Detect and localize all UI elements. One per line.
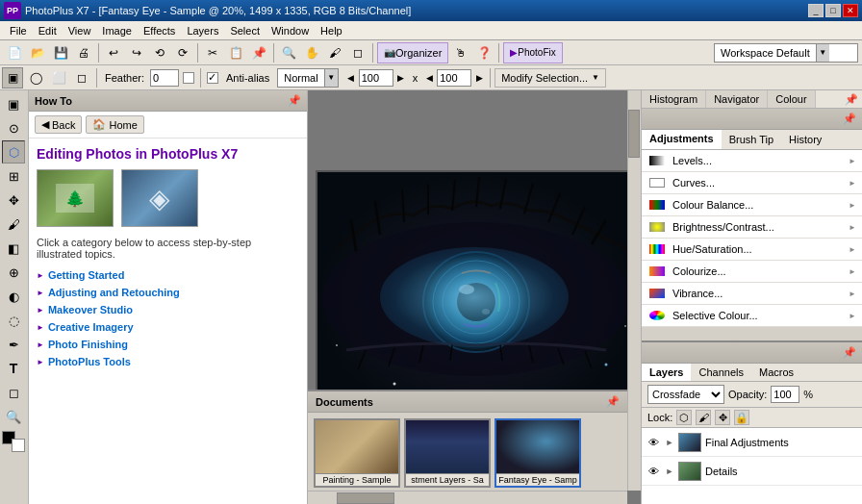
cut-button[interactable]: ✂ xyxy=(202,42,223,63)
layers-pin[interactable]: 📌 xyxy=(843,346,856,359)
adj-colour-balance[interactable]: Colour Balance... ► xyxy=(642,194,862,216)
tool-lasso[interactable]: ⊙ xyxy=(2,116,25,139)
blend-mode-dropdown[interactable]: ▼ xyxy=(324,69,338,87)
back-button[interactable]: ◀ Back xyxy=(35,115,82,134)
select-btn[interactable]: ◻ xyxy=(347,42,368,63)
menu-edit[interactable]: Edit xyxy=(33,23,63,38)
lock-transparency[interactable]: ⬡ xyxy=(676,410,692,425)
brush-button[interactable]: 🖌 xyxy=(324,42,345,63)
tab-navigator[interactable]: Navigator xyxy=(706,90,768,108)
layer-expand-1[interactable]: ► xyxy=(663,465,676,478)
lock-move[interactable]: ✥ xyxy=(715,410,730,425)
photofix-button[interactable]: ▶ PhotoFix xyxy=(503,42,562,63)
menu-select[interactable]: Select xyxy=(224,23,266,38)
anti-alias-checkbox[interactable]: ✓ xyxy=(207,72,218,84)
howto-link-2[interactable]: Makeover Studio xyxy=(37,304,299,315)
paste-button[interactable]: 📌 xyxy=(248,42,269,63)
ellipse-select[interactable]: ◯ xyxy=(25,67,46,88)
organizer-button[interactable]: 📷 Organizer xyxy=(377,42,448,63)
tab-history[interactable]: History xyxy=(781,131,829,148)
layer-final-adjustments[interactable]: 👁 ► Final Adjustments xyxy=(642,428,862,457)
tool-shape[interactable]: ◻ xyxy=(2,381,25,404)
canvas-hscroll[interactable] xyxy=(308,491,627,504)
adj-curves[interactable]: Curves... ► xyxy=(642,172,862,194)
redo-button[interactable]: ↪ xyxy=(126,42,147,63)
new-button[interactable]: 📄 xyxy=(4,42,25,63)
adj-vibrance[interactable]: Vibrance... ► xyxy=(642,283,862,305)
height-input[interactable] xyxy=(437,69,471,87)
close-button[interactable]: ✕ xyxy=(843,4,858,17)
zoom-button[interactable]: 🔍 xyxy=(278,42,299,63)
howto-link-5[interactable]: PhotoPlus Tools xyxy=(37,356,299,367)
menu-help[interactable]: Help xyxy=(315,23,348,38)
modify-selection-button[interactable]: Modify Selection... ▼ xyxy=(494,68,606,88)
doc-thumb-0[interactable]: Painting - Sample xyxy=(314,418,400,488)
adj-colourize[interactable]: Colourize... ► xyxy=(642,261,862,283)
howto-link-3[interactable]: Creative Imagery xyxy=(37,321,299,333)
tool-dodge[interactable]: ◐ xyxy=(2,285,25,308)
save-button[interactable]: 💾 xyxy=(50,42,71,63)
workspace-dropdown[interactable]: ▼ xyxy=(816,44,829,62)
blend-mode-select[interactable]: Crossfade xyxy=(647,385,724,404)
adj-selective[interactable]: Selective Colour... ► xyxy=(642,305,862,327)
width-decrement[interactable]: ◀ xyxy=(344,68,358,88)
home-button[interactable]: 🏠 Home xyxy=(86,115,143,134)
maximize-button[interactable]: □ xyxy=(825,4,841,17)
canvas-vscroll[interactable] xyxy=(627,90,641,491)
help-btn[interactable]: 🖱 xyxy=(450,42,471,63)
open-button[interactable]: 📂 xyxy=(27,42,48,63)
tool-clone[interactable]: ⊕ xyxy=(2,261,25,284)
minimize-button[interactable]: _ xyxy=(808,4,824,17)
adj-brightness[interactable]: Brightness/Contrast... ► xyxy=(642,216,862,239)
adj-levels[interactable]: Levels... ► xyxy=(642,150,862,172)
right-top-pin[interactable]: 📌 xyxy=(841,93,862,106)
vscroll-thumb[interactable] xyxy=(628,110,640,158)
menu-layers[interactable]: Layers xyxy=(181,23,224,38)
layer-vis-1[interactable]: 👁 xyxy=(646,464,661,479)
menu-image[interactable]: Image xyxy=(96,23,138,38)
color-swatch[interactable] xyxy=(2,431,25,452)
tool-paint[interactable]: 🖌 xyxy=(2,213,25,236)
undo-button[interactable]: ↩ xyxy=(103,42,124,63)
tool-move[interactable]: ✥ xyxy=(2,189,25,212)
layer-vis-0[interactable]: 👁 xyxy=(646,435,661,450)
adj-hue[interactable]: Hue/Saturation... ► xyxy=(642,239,862,261)
rect-select-active[interactable]: ▣ xyxy=(2,67,23,88)
tab-histogram[interactable]: Histogram xyxy=(642,90,706,108)
pan-button[interactable]: ✋ xyxy=(301,42,322,63)
width-increment[interactable]: ▶ xyxy=(394,68,408,88)
documents-pin[interactable]: 📌 xyxy=(606,395,620,408)
col-select[interactable]: ◻ xyxy=(71,67,92,88)
doc-thumb-2[interactable]: Fantasy Eye - Samp xyxy=(494,418,581,488)
tab-macros[interactable]: Macros xyxy=(751,364,801,381)
layer-expand-0[interactable]: ► xyxy=(663,436,676,449)
tab-brush-tip[interactable]: Brush Tip xyxy=(722,131,781,148)
tool-pen[interactable]: ✒ xyxy=(2,333,25,356)
info-btn[interactable]: ❓ xyxy=(473,42,494,63)
menu-effects[interactable]: Effects xyxy=(138,23,181,38)
row-select[interactable]: ⬜ xyxy=(48,67,69,88)
layer-details[interactable]: 👁 ► Details xyxy=(642,457,862,486)
howto-pin-icon[interactable]: 📌 xyxy=(288,94,301,107)
feather-input[interactable] xyxy=(150,69,179,87)
hscroll-thumb[interactable] xyxy=(337,492,394,504)
tool-text[interactable]: T xyxy=(2,357,25,380)
opacity-input[interactable] xyxy=(771,386,799,403)
adj-pin[interactable]: 📌 xyxy=(843,113,856,125)
undo2-button[interactable]: ⟲ xyxy=(149,42,170,63)
feather-lock[interactable] xyxy=(183,72,194,84)
copy-button[interactable]: 📋 xyxy=(225,42,246,63)
tool-crop[interactable]: ⊞ xyxy=(2,164,25,188)
tool-marquee[interactable]: ▣ xyxy=(2,92,25,115)
lock-all[interactable]: 🔒 xyxy=(734,410,749,425)
tab-layers[interactable]: Layers xyxy=(642,364,691,381)
width-input[interactable] xyxy=(359,69,393,87)
tab-adjustments[interactable]: Adjustments xyxy=(642,130,722,149)
tab-colour[interactable]: Colour xyxy=(768,90,815,108)
menu-file[interactable]: File xyxy=(4,23,33,38)
height-increment[interactable]: ▶ xyxy=(472,68,486,88)
print-button[interactable]: 🖨 xyxy=(73,42,94,63)
howto-link-0[interactable]: Getting Started xyxy=(37,269,299,281)
menu-view[interactable]: View xyxy=(63,23,97,38)
height-decrement[interactable]: ◀ xyxy=(422,68,436,88)
